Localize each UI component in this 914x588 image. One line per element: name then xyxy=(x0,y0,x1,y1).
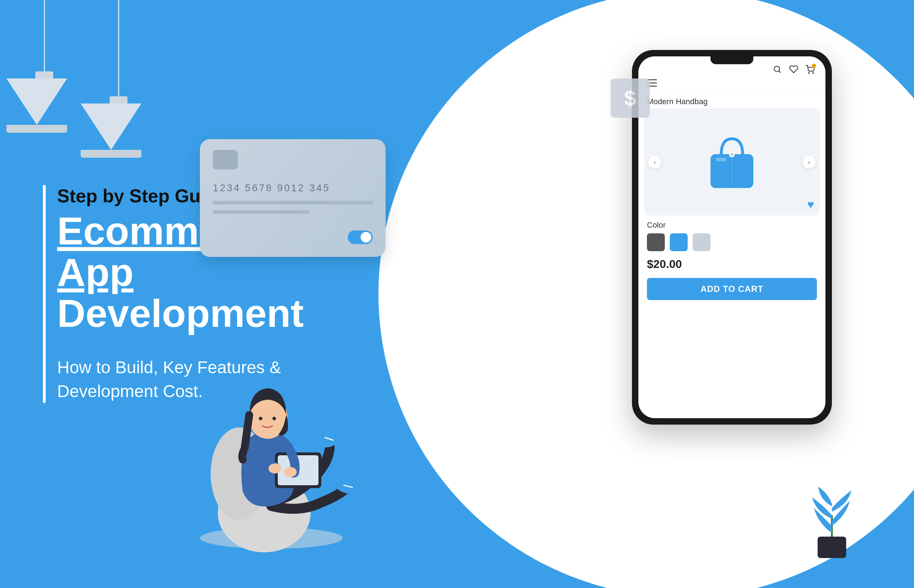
lamp-cord-1 xyxy=(44,0,45,71)
phone-notch xyxy=(710,57,753,64)
plant-decoration xyxy=(810,487,853,559)
color-swatch-dark[interactable] xyxy=(647,233,665,251)
price-section: $20.00 xyxy=(638,253,825,275)
svg-point-14 xyxy=(774,66,780,71)
lamp-2 xyxy=(96,0,141,158)
card-strip-2 xyxy=(213,210,309,214)
card-strip-1 xyxy=(213,201,373,204)
svg-point-9 xyxy=(272,417,276,420)
product-image-area: ‹ › ♥ xyxy=(644,108,820,215)
cart-icon-phone[interactable] xyxy=(806,65,815,76)
credit-card: 1234 5678 9012 345 xyxy=(200,139,386,257)
phone-nav xyxy=(638,74,825,92)
dollar-badge: $ xyxy=(610,79,650,118)
left-border-bar xyxy=(43,185,46,403)
lamp-1 xyxy=(21,0,67,158)
svg-point-8 xyxy=(259,417,262,420)
product-price: $20.00 xyxy=(647,258,817,271)
svg-rect-23 xyxy=(818,536,846,558)
main-container: Step by Step Guide: Ecommerce App Develo… xyxy=(0,0,914,588)
color-options xyxy=(647,233,817,251)
lamp-shade-2 xyxy=(96,96,141,158)
svg-point-17 xyxy=(813,73,814,73)
svg-point-13 xyxy=(269,464,281,473)
product-handbag-image xyxy=(696,126,768,198)
product-name: Modern Handbag xyxy=(638,92,825,108)
prev-product-button[interactable]: ‹ xyxy=(649,155,661,168)
lamp-shade-1 xyxy=(21,71,67,133)
color-swatch-light[interactable] xyxy=(692,233,710,251)
product-heart-icon[interactable]: ♥ xyxy=(807,198,814,211)
card-toggle[interactable] xyxy=(348,231,373,244)
main-title-line2: Development xyxy=(57,292,293,334)
svg-rect-19 xyxy=(716,158,726,161)
person-illustration xyxy=(189,338,353,552)
add-to-cart-button[interactable]: ADD TO CART xyxy=(647,278,817,300)
color-section: Color xyxy=(638,215,825,253)
card-toggle-dot xyxy=(361,232,371,242)
next-product-button[interactable]: › xyxy=(802,155,815,168)
svg-point-21 xyxy=(730,153,734,156)
cart-badge-dot xyxy=(812,63,816,68)
card-chip xyxy=(213,150,238,170)
dollar-sign: $ xyxy=(624,86,636,111)
color-label: Color xyxy=(647,221,817,230)
svg-line-15 xyxy=(779,71,781,73)
svg-point-12 xyxy=(284,467,297,477)
svg-point-16 xyxy=(809,73,809,73)
color-swatch-blue[interactable] xyxy=(670,233,688,251)
phone-screen: Modern Handbag ‹ › xyxy=(638,57,825,418)
card-number: 1234 5678 9012 345 xyxy=(213,183,373,194)
lamp-cord-2 xyxy=(118,0,119,96)
lamps-container xyxy=(21,0,141,158)
phone-mockup: Modern Handbag ‹ › xyxy=(632,50,832,425)
